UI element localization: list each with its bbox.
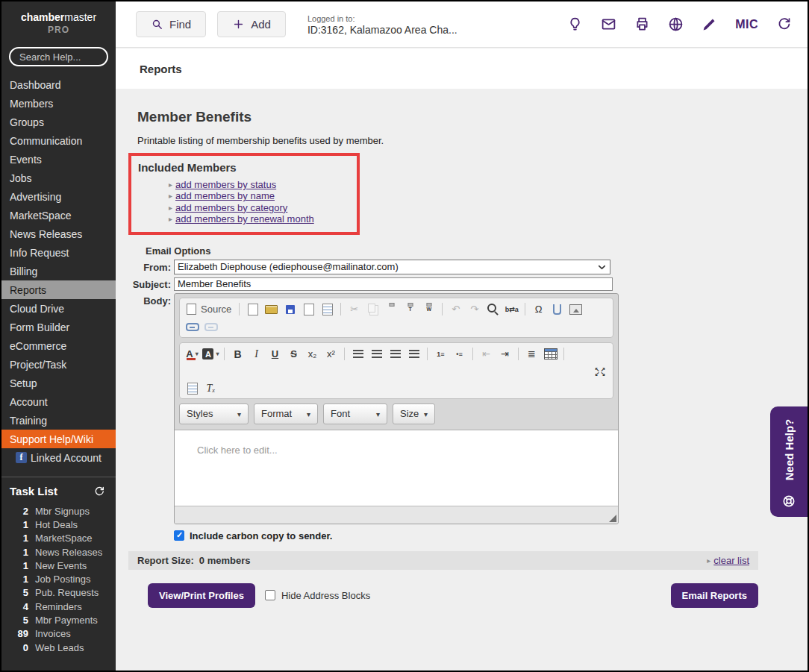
from-select[interactable]: Elizabeth Diephouse (ediephouse@mailinat… [174, 260, 610, 274]
special-character-icon[interactable]: Ω [530, 301, 547, 317]
task-item-mbr-signups[interactable]: 2 Mbr Signups [1, 504, 116, 518]
link-icon[interactable] [184, 319, 201, 335]
text-color-icon[interactable]: A▾ [184, 346, 201, 362]
bold-icon[interactable]: B [229, 346, 246, 362]
sidebar-item-billing[interactable]: Billing [1, 262, 116, 280]
font-dropdown[interactable]: Font [323, 403, 387, 424]
sidebar-item-setup[interactable]: Setup [1, 374, 116, 392]
task-item-news-releases[interactable]: 1 News Releases [1, 545, 116, 559]
task-item-web-leads[interactable]: 0 Web Leads [1, 641, 116, 654]
source-button[interactable]: Source [184, 301, 234, 317]
sidebar-item-jobs[interactable]: Jobs [1, 169, 116, 187]
subscript-icon[interactable]: x₂ [304, 346, 321, 362]
link-add-members-by-status[interactable]: add members by status [169, 179, 357, 190]
lightbulb-icon[interactable] [567, 16, 583, 32]
sidebar-item-communication[interactable]: Communication [1, 131, 116, 150]
sidebar-item-cloud-drive[interactable]: Cloud Drive [1, 299, 116, 318]
link-add-members-by-category[interactable]: add members by category [169, 202, 357, 213]
new-document-icon[interactable] [244, 301, 261, 317]
table-icon[interactable] [542, 346, 559, 362]
bullet-list-icon[interactable]: •≡ [451, 346, 468, 362]
sidebar-item-support-help-wiki[interactable]: Support Help/Wiki [1, 430, 116, 448]
add-button[interactable]: Add [217, 11, 286, 37]
size-dropdown[interactable]: Size [393, 403, 435, 424]
task-count: 1 [1, 519, 28, 530]
sidebar-item-news-releases[interactable]: News Releases [1, 224, 116, 243]
maximize-icon[interactable]: ↖↗ ↙↘ [592, 364, 609, 380]
mail-icon[interactable] [601, 16, 616, 32]
editor-body[interactable]: Click here to edit... [175, 430, 618, 506]
globe-icon[interactable] [668, 16, 684, 32]
align-left-icon[interactable] [349, 346, 366, 362]
open-document-icon[interactable] [263, 301, 280, 317]
remove-format-icon[interactable]: Tₓ [202, 380, 219, 396]
task-item-pub-requests[interactable]: 5 Pub. Requests [1, 586, 116, 600]
sidebar-item-info-request[interactable]: Info Request [1, 243, 116, 262]
sidebar-item-reports[interactable]: Reports [1, 280, 116, 299]
link-add-members-by-name[interactable]: add members by name [169, 190, 357, 201]
task-item-new-events[interactable]: 1 New Events [1, 559, 116, 572]
view-print-profiles-button[interactable]: View/Print Profiles [148, 583, 255, 608]
subject-input[interactable] [174, 277, 613, 291]
align-right-icon[interactable] [387, 346, 404, 362]
task-label: News Releases [35, 547, 116, 558]
email-reports-button[interactable]: Email Reports [671, 583, 758, 608]
find-button[interactable]: Find [136, 11, 206, 37]
editor-dropdown-row: Styles Format Font Size [179, 403, 613, 424]
sidebar-item-marketspace[interactable]: MarketSpace [1, 206, 116, 224]
strikethrough-icon[interactable]: S [285, 346, 302, 362]
sidebar-item-account[interactable]: Account [1, 392, 116, 411]
task-refresh-icon[interactable] [93, 486, 105, 497]
refresh-icon[interactable] [776, 16, 792, 32]
sidebar-item-form-builder[interactable]: Form Builder [1, 318, 116, 336]
background-color-icon[interactable]: ▾ [202, 346, 219, 362]
link-add-members-by-renewal-month[interactable]: add members by renewal month [169, 213, 357, 224]
paste-from-word-icon[interactable]: W [420, 301, 437, 317]
page-break-icon[interactable] [184, 380, 201, 396]
sidebar-item-ecommerce[interactable]: eCommerce [1, 336, 116, 355]
task-list-title: Task List [10, 485, 57, 497]
paste-plain-text-icon[interactable]: T [402, 301, 419, 317]
sidebar-item-project-task[interactable]: Project/Task [1, 355, 116, 374]
templates-icon[interactable] [319, 301, 336, 317]
task-item-reminders[interactable]: 4 Reminders [1, 600, 116, 613]
indent-icon[interactable]: ⇥ [496, 346, 513, 362]
align-center-icon[interactable] [368, 346, 385, 362]
task-item-marketspace[interactable]: 1 MarketSpace [1, 532, 116, 545]
save-icon[interactable] [281, 301, 299, 317]
sidebar-item-groups[interactable]: Groups [1, 113, 116, 131]
need-help-tab[interactable]: Need Help? [770, 406, 808, 517]
replace-icon[interactable]: b⇄a [503, 301, 520, 317]
format-dropdown[interactable]: Format [254, 403, 318, 424]
sidebar-item-events[interactable]: Events [1, 150, 116, 169]
sidebar-item-linked-account[interactable]: f Linked Account [1, 448, 116, 467]
include-cc-checkbox[interactable] [174, 530, 184, 541]
sidebar-item-members[interactable]: Members [1, 94, 116, 113]
sidebar-item-dashboard[interactable]: Dashboard [1, 75, 116, 94]
sidebar-item-training[interactable]: Training [1, 411, 116, 430]
justify-icon[interactable] [405, 346, 422, 362]
underline-icon[interactable]: U [266, 346, 284, 362]
resize-handle[interactable] [609, 515, 616, 522]
superscript-icon[interactable]: x² [322, 346, 340, 362]
task-item-job-postings[interactable]: 1 Job Postings [1, 572, 116, 585]
task-item-mbr-payments[interactable]: 5 Mbr Payments [1, 613, 116, 627]
pencil-icon[interactable] [702, 16, 717, 32]
line-spacing-icon[interactable]: ≣ [523, 346, 540, 362]
numbered-list-icon[interactable]: 1≡ [432, 346, 449, 362]
attachment-icon[interactable] [549, 301, 566, 317]
task-item-invoices[interactable]: 89 Invoices [1, 627, 116, 641]
task-item-hot-deals[interactable]: 1 Hot Deals [1, 518, 116, 531]
sidebar-item-advertising[interactable]: Advertising [1, 187, 116, 206]
printer-icon[interactable] [634, 16, 650, 32]
italic-icon[interactable]: I [248, 346, 265, 362]
find-icon[interactable] [484, 301, 502, 317]
mic-button[interactable]: MIC [735, 18, 758, 31]
search-help-input[interactable] [9, 47, 108, 66]
clear-list-link[interactable]: clear list [707, 555, 749, 566]
image-icon[interactable] [567, 301, 584, 317]
hide-address-blocks-checkbox[interactable] [265, 590, 275, 600]
preview-icon[interactable]: Q [300, 301, 317, 317]
styles-dropdown[interactable]: Styles [179, 403, 249, 424]
paste-icon[interactable] [383, 301, 400, 317]
